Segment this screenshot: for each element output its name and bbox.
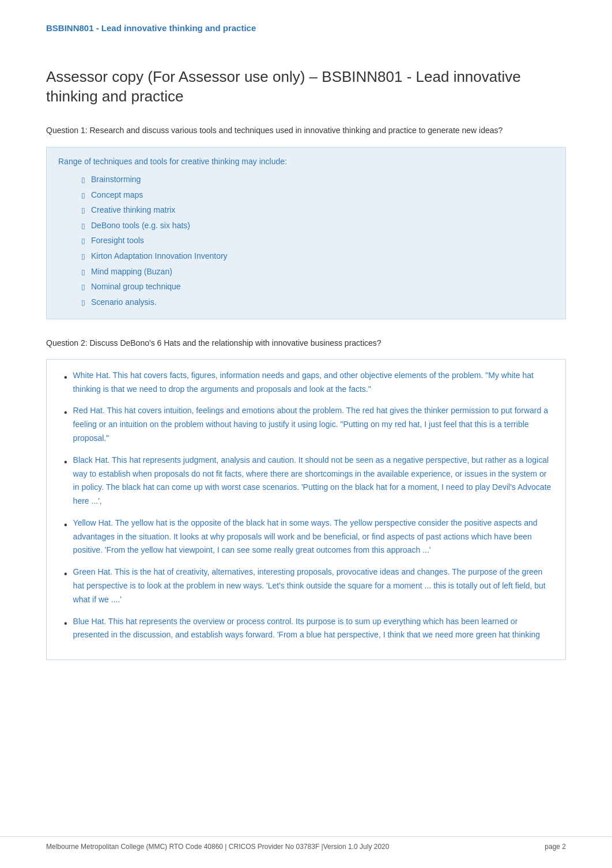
list-item: Brainstorming: [81, 172, 554, 187]
footer-right: page 2: [545, 843, 566, 851]
list-item: Scenario analysis.: [81, 295, 554, 310]
list-item: Concept maps: [81, 187, 554, 203]
page-footer: Melbourne Metropolitan College (MMC) RTO…: [0, 836, 612, 851]
list-item: Black Hat. This hat represents judgment,…: [64, 454, 554, 508]
list-item: DeBono tools (e.g. six hats): [81, 218, 554, 233]
course-title: BSBINN801 - Lead innovative thinking and…: [46, 23, 566, 33]
question1-answer-box: Range of techniques and tools for creati…: [46, 147, 566, 319]
list-item: Green Hat. This is the hat of creativity…: [64, 565, 554, 606]
hats-list: White Hat. This hat covers facts, figure…: [58, 369, 554, 643]
question2-answer-box: White Hat. This hat covers facts, figure…: [46, 359, 566, 661]
list-item: White Hat. This hat covers facts, figure…: [64, 369, 554, 397]
box-intro: Range of techniques and tools for creati…: [58, 157, 554, 166]
list-item: Creative thinking matrix: [81, 202, 554, 218]
document-title: Assessor copy (For Assessor use only) – …: [46, 67, 566, 107]
question2-text: Question 2: Discuss DeBono's 6 Hats and …: [46, 337, 566, 349]
list-item: Red Hat. This hat covers intuition, feel…: [64, 404, 554, 445]
list-item: Kirton Adaptation Innovation Inventory: [81, 248, 554, 264]
list-item: Yellow Hat. The yellow hat is the opposi…: [64, 516, 554, 557]
list-item: Foresight tools: [81, 233, 554, 248]
techniques-list: Brainstorming Concept maps Creative thin…: [58, 172, 554, 310]
list-item: Nominal group technique: [81, 279, 554, 295]
list-item: Blue Hat. This hat represents the overvi…: [64, 615, 554, 643]
footer-left: Melbourne Metropolitan College (MMC) RTO…: [46, 843, 389, 851]
question1-text: Question 1: Research and discuss various…: [46, 124, 566, 137]
list-item: Mind mapping (Buzan): [81, 264, 554, 280]
